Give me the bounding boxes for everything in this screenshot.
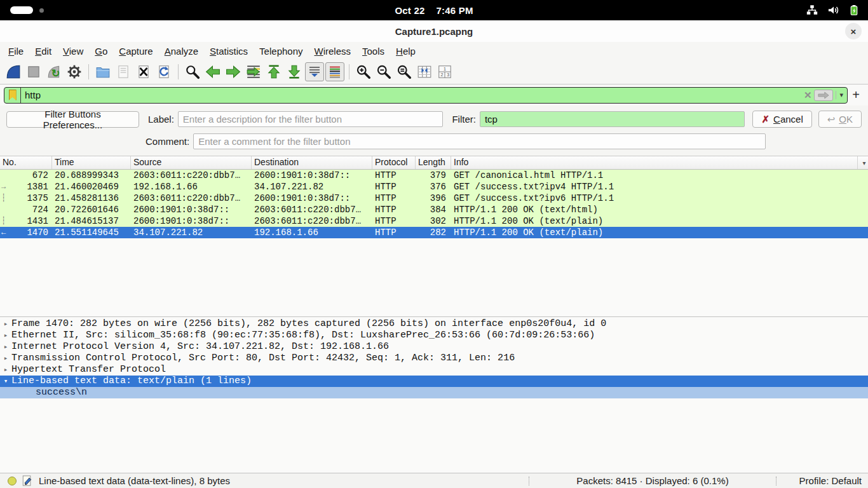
- clock-time: 7:46 PM: [436, 5, 473, 16]
- column-header-protocol[interactable]: Protocol: [372, 156, 416, 169]
- column-header-length[interactable]: Length: [416, 156, 451, 169]
- display-filter-field[interactable]: ✕ ▾: [4, 87, 848, 104]
- expand-icon[interactable]: ▸: [0, 341, 11, 353]
- resize-columns-icon[interactable]: [415, 62, 434, 81]
- column-header-time[interactable]: Time: [52, 156, 131, 169]
- menu-help[interactable]: Help: [390, 44, 421, 58]
- menu-statistics[interactable]: Statistics: [204, 44, 254, 58]
- layout-icon[interactable]: 123: [435, 62, 454, 81]
- zoom-reset-icon[interactable]: [395, 62, 414, 81]
- column-header-no[interactable]: No.: [0, 156, 52, 169]
- menu-wireless[interactable]: Wireless: [309, 44, 357, 58]
- zoom-in-icon[interactable]: [354, 62, 373, 81]
- packet-row[interactable]: 724 20.722601646 2600:1901:0:38d7:: 2603…: [0, 204, 868, 215]
- go-to-packet-icon[interactable]: [244, 62, 263, 81]
- capture-comment-icon[interactable]: [22, 475, 32, 487]
- battery-icon[interactable]: [849, 4, 859, 17]
- main-toolbar: ↻: [0, 60, 868, 85]
- menu-capture[interactable]: Capture: [113, 44, 158, 58]
- detail-row[interactable]: ▸ Internet Protocol Version 4, Src: 34.1…: [0, 341, 868, 353]
- save-file-icon[interactable]: [114, 62, 133, 81]
- network-icon[interactable]: [806, 4, 818, 16]
- status-field-info: Line-based text data (data-text-lines), …: [39, 475, 520, 486]
- collapse-icon[interactable]: ▾: [0, 376, 11, 387]
- restart-capture-icon[interactable]: ↻: [44, 62, 64, 81]
- ok-button[interactable]: ↩ OK: [818, 111, 862, 128]
- colorize-icon[interactable]: [325, 62, 344, 81]
- find-packet-icon[interactable]: [183, 62, 202, 81]
- close-window-button[interactable]: ×: [845, 23, 862, 39]
- menu-tools[interactable]: Tools: [356, 44, 390, 58]
- packet-row[interactable]: 672 20.688999343 2603:6011:c220:dbb7… 26…: [0, 170, 868, 181]
- column-list-dropdown-icon[interactable]: ▾: [858, 156, 868, 169]
- stop-capture-icon[interactable]: [24, 62, 43, 81]
- desktop: Oct 227:46 PM: [0, 0, 868, 488]
- column-header-source[interactable]: Source: [131, 156, 252, 169]
- auto-scroll-icon[interactable]: [305, 62, 324, 81]
- status-separator: [529, 477, 529, 485]
- detail-row[interactable]: ▸ Transmission Control Protocol, Src Por…: [0, 353, 868, 364]
- packet-row-selected[interactable]: ←1470 21.551149645 34.107.221.82 192.168…: [0, 227, 868, 238]
- detail-row[interactable]: ▸ Hypertext Transfer Protocol: [0, 364, 868, 376]
- packet-row[interactable]: ┆1431 21.484615137 2600:1901:0:38d7:: 26…: [0, 215, 868, 227]
- column-header-info[interactable]: Info: [451, 156, 858, 169]
- toolbar-separator: [88, 64, 89, 79]
- display-filter-input[interactable]: [21, 90, 800, 100]
- open-file-icon[interactable]: [93, 62, 112, 81]
- profile-selector[interactable]: Profile: Default: [785, 475, 862, 486]
- packet-row[interactable]: →1381 21.460020469 192.168.1.66 34.107.2…: [0, 181, 868, 193]
- expand-icon[interactable]: ▸: [0, 318, 11, 330]
- toolbar-separator: [349, 64, 349, 79]
- filter-apply-icon[interactable]: [814, 90, 833, 101]
- clock-date: Oct 22: [395, 5, 424, 16]
- expert-info-icon[interactable]: [8, 477, 17, 485]
- filter-clear-icon[interactable]: ✕: [804, 90, 812, 101]
- status-separator: [776, 477, 776, 485]
- filter-input[interactable]: [480, 111, 745, 127]
- expand-icon[interactable]: ▸: [0, 330, 11, 341]
- packet-list-pane: No. Time Source Destination Protocol Len…: [0, 156, 868, 317]
- window-title-bar: Capture1.pcapng ×: [0, 20, 868, 42]
- detail-row[interactable]: ▸ Frame 1470: 282 bytes on wire (2256 bi…: [0, 318, 868, 330]
- volume-icon[interactable]: [827, 4, 840, 16]
- go-last-icon[interactable]: [285, 62, 304, 81]
- menu-view[interactable]: View: [57, 44, 89, 58]
- zoom-out-icon[interactable]: [374, 62, 393, 81]
- menu-file[interactable]: File: [3, 44, 29, 58]
- clock[interactable]: Oct 227:46 PM: [0, 5, 868, 16]
- column-header-destination[interactable]: Destination: [252, 156, 372, 169]
- filter-button-editor: Filter Buttons Preferences... Label: Fil…: [0, 105, 868, 156]
- packet-row[interactable]: ┆1375 21.458281136 2603:6011:c220:dbb7… …: [0, 193, 868, 204]
- menu-bar: File Edit View Go Capture Analyze Statis…: [0, 42, 868, 60]
- filter-buttons-preferences-button[interactable]: Filter Buttons Preferences...: [6, 111, 139, 128]
- go-forward-icon[interactable]: [224, 62, 243, 81]
- reload-file-icon[interactable]: [154, 62, 173, 81]
- system-tray[interactable]: [806, 4, 868, 17]
- start-capture-icon[interactable]: [4, 62, 23, 81]
- close-file-icon[interactable]: [134, 62, 153, 81]
- expand-icon[interactable]: ▸: [0, 364, 11, 376]
- comment-field-label: Comment:: [146, 136, 189, 147]
- add-filter-button-icon[interactable]: +: [848, 88, 864, 102]
- packet-counts: Packets: 8415 · Displayed: 6 (0.1%): [538, 475, 767, 486]
- related-packet-marker: ←: [1, 227, 6, 238]
- detail-row[interactable]: ▸ Ethernet II, Src: silicom_35:68:f8 (90…: [0, 330, 868, 341]
- menu-edit[interactable]: Edit: [29, 44, 57, 58]
- detail-row-selected[interactable]: ▾ Line-based text data: text/plain (1 li…: [0, 376, 868, 387]
- expand-icon[interactable]: ▸: [0, 353, 11, 364]
- svg-text:1: 1: [444, 67, 446, 72]
- menu-analyze[interactable]: Analyze: [159, 44, 204, 58]
- cancel-button[interactable]: ✗ Cancel: [752, 111, 811, 128]
- label-input[interactable]: [178, 111, 444, 127]
- go-back-icon[interactable]: [203, 62, 222, 81]
- label-field-label: Label:: [148, 114, 174, 125]
- menu-telephony[interactable]: Telephony: [254, 44, 308, 58]
- menu-go[interactable]: Go: [89, 44, 113, 58]
- go-first-icon[interactable]: [264, 62, 283, 81]
- display-filter-bar: ✕ ▾ +: [0, 85, 868, 105]
- filter-bookmark-icon[interactable]: [4, 88, 21, 103]
- capture-options-icon[interactable]: [65, 62, 84, 81]
- comment-input[interactable]: [193, 133, 766, 149]
- detail-row-child[interactable]: success\n: [0, 387, 868, 398]
- filter-dropdown-icon[interactable]: ▾: [836, 91, 843, 99]
